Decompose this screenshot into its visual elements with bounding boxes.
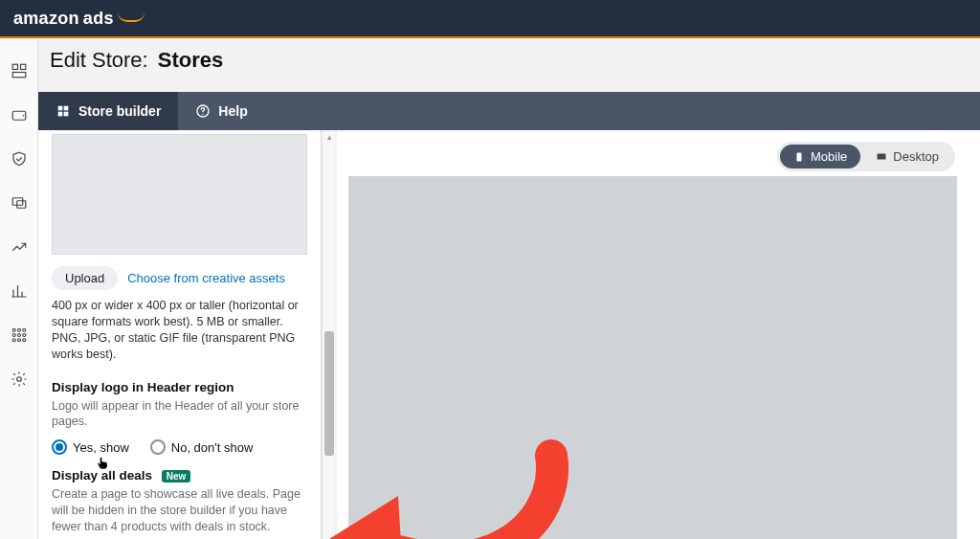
page-title: Edit Store: Stores <box>0 38 980 86</box>
svg-rect-21 <box>797 152 802 161</box>
svg-rect-1 <box>20 64 25 69</box>
tab-help-label: Help <box>218 103 247 119</box>
page-title-name: Stores <box>158 48 223 73</box>
screens-icon[interactable] <box>10 193 29 213</box>
top-bar: amazon ads <box>0 0 980 38</box>
svg-point-13 <box>17 339 20 342</box>
cursor-pointer-icon <box>96 457 109 470</box>
logo-yes-radio[interactable]: Yes, show <box>52 439 129 455</box>
preview-surface[interactable] <box>348 176 957 539</box>
svg-rect-18 <box>58 112 63 117</box>
tab-help[interactable]: Help <box>178 92 264 130</box>
device-mobile-button[interactable]: Mobile <box>780 145 860 168</box>
logo-yes-label: Yes, show <box>73 440 129 455</box>
svg-rect-5 <box>16 201 25 209</box>
brand-name: amazon <box>13 9 79 29</box>
svg-rect-19 <box>64 112 69 117</box>
shield-icon[interactable] <box>10 149 29 168</box>
scroll-up-icon[interactable] <box>324 132 334 142</box>
logo-no-radio[interactable]: No, don't show <box>150 439 254 455</box>
svg-point-8 <box>22 328 25 331</box>
choose-assets-link[interactable]: Choose from creative assets <box>127 271 285 285</box>
brand-logo: amazon ads <box>13 9 152 29</box>
upload-hint: 400 px or wider x 400 px or taller (hori… <box>52 298 307 363</box>
radio-dot-icon <box>150 439 166 455</box>
device-desktop-button[interactable]: Desktop <box>862 145 952 168</box>
page-title-label: Edit Store: <box>50 48 148 73</box>
svg-rect-4 <box>12 198 23 206</box>
svg-rect-17 <box>64 106 69 111</box>
upload-row: Upload Choose from creative assets <box>52 266 307 290</box>
upload-button[interactable]: Upload <box>52 266 118 290</box>
tab-store-builder-label: Store builder <box>78 103 161 119</box>
logo-section-sub: Logo will appear in the Header of all yo… <box>52 398 307 431</box>
wallet-icon[interactable] <box>10 105 29 124</box>
settings-panel: Upload Choose from creative assets 400 p… <box>38 130 322 539</box>
panel-scrollbar[interactable] <box>322 130 337 539</box>
svg-rect-22 <box>878 153 886 159</box>
svg-point-10 <box>17 334 20 337</box>
split: Upload Choose from creative assets 400 p… <box>38 130 980 539</box>
svg-rect-0 <box>12 64 17 69</box>
apps-icon[interactable] <box>10 326 29 345</box>
deals-section-sub: Create a page to showcase all live deals… <box>52 486 307 535</box>
device-mobile-label: Mobile <box>811 149 847 164</box>
radio-dot-icon <box>52 439 67 455</box>
logo-preview[interactable] <box>52 134 307 255</box>
dashboard-icon[interactable] <box>10 61 29 80</box>
preview-canvas: Mobile Desktop <box>337 130 980 539</box>
tab-bar: Store builder Help <box>38 92 980 130</box>
deals-title-text: Display all deals <box>52 468 152 483</box>
svg-rect-16 <box>58 106 63 111</box>
brand-suffix: ads <box>83 9 114 29</box>
tab-store-builder[interactable]: Store builder <box>38 92 178 130</box>
scroll-thumb[interactable] <box>324 331 334 456</box>
svg-point-9 <box>12 334 15 337</box>
new-badge: New <box>162 470 191 483</box>
svg-point-14 <box>22 339 25 342</box>
deals-section-title: Display all deals New <box>52 468 307 483</box>
logo-no-label: No, don't show <box>171 440 254 455</box>
svg-point-11 <box>22 334 25 337</box>
content: Store builder Help Upload Choose from cr… <box>38 92 980 539</box>
svg-point-6 <box>12 328 15 331</box>
device-toggle: Mobile Desktop <box>777 142 955 171</box>
svg-point-7 <box>17 328 20 331</box>
trend-icon[interactable] <box>10 237 29 257</box>
logo-radio-row: Yes, show No, don't show <box>52 439 307 455</box>
svg-point-12 <box>12 339 15 342</box>
logo-section-title: Display logo in Header region <box>52 380 307 394</box>
svg-point-15 <box>16 377 21 382</box>
left-nav-rail <box>0 40 38 539</box>
device-desktop-label: Desktop <box>893 149 939 164</box>
svg-rect-2 <box>12 73 26 78</box>
gear-icon[interactable] <box>10 370 29 389</box>
amazon-smile-icon <box>118 14 152 24</box>
bar-chart-icon[interactable] <box>10 281 29 301</box>
